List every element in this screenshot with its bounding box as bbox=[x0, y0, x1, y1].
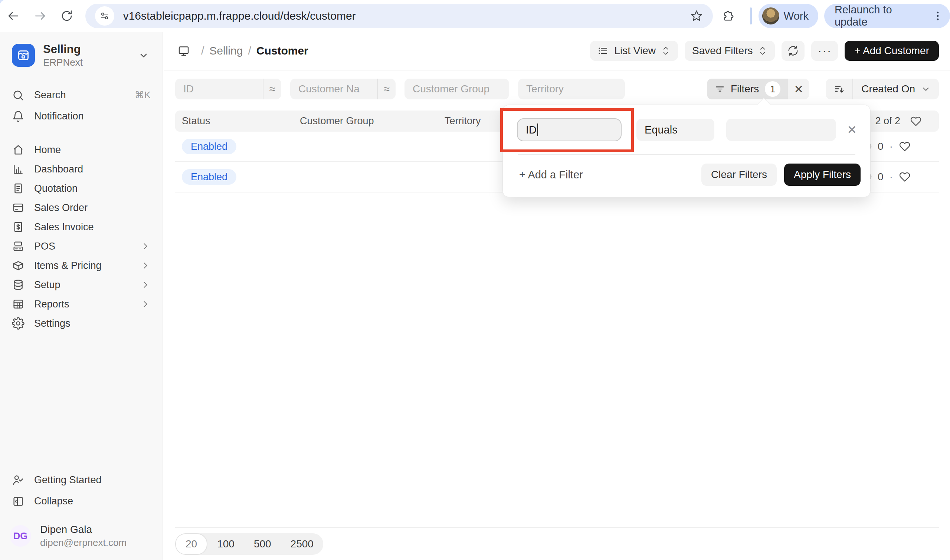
comment-count: 0 bbox=[878, 171, 884, 183]
clear-filters-label: Clear Filters bbox=[711, 169, 767, 181]
saved-filters-label: Saved Filters bbox=[692, 45, 753, 57]
breadcrumb: / Selling / Customer bbox=[177, 45, 583, 57]
page-size-20[interactable]: 20 bbox=[175, 533, 207, 555]
extensions-button[interactable] bbox=[713, 4, 743, 28]
sort-direction-button[interactable] bbox=[826, 83, 853, 95]
apply-filters-button[interactable]: Apply Filters bbox=[784, 163, 861, 186]
breadcrumb-parent[interactable]: Selling bbox=[209, 45, 243, 57]
kebab-menu-icon[interactable] bbox=[931, 10, 944, 22]
reload-icon bbox=[60, 9, 74, 23]
page-size-selector: 20 100 500 2500 bbox=[175, 533, 323, 555]
sidebar-item-search[interactable]: Search ⌘K bbox=[8, 85, 154, 106]
clear-filters-button[interactable]: Clear Filters bbox=[702, 163, 777, 186]
sort-field-label: Created On bbox=[861, 83, 915, 95]
chevron-right-icon bbox=[140, 299, 151, 309]
browser-profile-chip[interactable]: Work bbox=[759, 4, 818, 28]
quick-filter-customer-name[interactable]: Customer Na ≈ bbox=[290, 78, 396, 99]
chevron-down-icon bbox=[138, 50, 149, 61]
quick-filter-placeholder: Customer Na bbox=[290, 83, 377, 95]
filters-button[interactable]: Filters 1 bbox=[707, 78, 788, 99]
chevron-right-icon bbox=[140, 280, 151, 290]
quick-filter-territory[interactable]: Territory bbox=[518, 78, 625, 99]
sidebar-item-items-pricing[interactable]: Items & Pricing bbox=[8, 256, 154, 275]
page-size-100[interactable]: 100 bbox=[207, 533, 244, 555]
sidebar-item-label: Quotation bbox=[34, 183, 151, 194]
collapse-panel-icon bbox=[12, 495, 25, 508]
user-email: dipen@erpnext.com bbox=[40, 536, 126, 549]
tab-corner bbox=[0, 0, 11, 5]
view-switcher-button[interactable]: List View bbox=[590, 41, 679, 61]
ellipsis-icon: ··· bbox=[817, 44, 831, 58]
heart-icon[interactable] bbox=[899, 171, 911, 183]
sidebar-item-sales-order[interactable]: Sales Order bbox=[8, 198, 154, 217]
sidebar-item-sales-invoice[interactable]: Sales Invoice bbox=[8, 217, 154, 237]
workspace-switcher[interactable]: Selling ERPNext bbox=[8, 42, 154, 68]
column-status[interactable]: Status bbox=[182, 115, 300, 127]
sidebar-item-dashboard[interactable]: Dashboard bbox=[8, 160, 154, 179]
quick-filter-customer-group[interactable]: Customer Group bbox=[404, 78, 509, 99]
view-label: List View bbox=[615, 45, 656, 57]
sidebar-item-pos[interactable]: POS bbox=[8, 237, 154, 256]
page-size-2500[interactable]: 2500 bbox=[281, 533, 323, 555]
quick-filter-placeholder: Territory bbox=[518, 83, 572, 95]
sidebar-item-notification[interactable]: Notification bbox=[8, 106, 154, 127]
relaunch-label: Relaunch to update bbox=[834, 4, 928, 28]
collapse-label: Collapse bbox=[34, 495, 151, 507]
sidebar-item-settings[interactable]: Settings bbox=[8, 314, 154, 333]
sync-icon bbox=[787, 45, 799, 57]
heart-icon[interactable] bbox=[899, 140, 911, 152]
apply-filters-label: Apply Filters bbox=[794, 169, 851, 181]
bookmark-star-icon[interactable] bbox=[690, 9, 703, 23]
add-customer-button[interactable]: + Add Customer bbox=[845, 41, 939, 61]
invoice-icon bbox=[12, 221, 25, 233]
address-bar[interactable]: v16stableicpapp.m.frappe.cloud/desk/cust… bbox=[85, 4, 713, 28]
page-size-500[interactable]: 500 bbox=[244, 533, 281, 555]
search-icon bbox=[12, 89, 25, 102]
sidebar-item-reports[interactable]: Reports bbox=[8, 294, 154, 314]
sidebar-item-home[interactable]: Home bbox=[8, 140, 154, 160]
heart-icon[interactable] bbox=[910, 115, 922, 127]
saved-filters-button[interactable]: Saved Filters bbox=[685, 41, 775, 61]
refresh-list-button[interactable] bbox=[782, 41, 805, 61]
more-options-button[interactable]: ··· bbox=[811, 41, 838, 61]
popup-footer: + Add a Filter Clear Filters Apply Filte… bbox=[503, 155, 870, 186]
close-icon: ✕ bbox=[794, 83, 803, 96]
sidebar-item-collapse[interactable]: Collapse bbox=[8, 491, 154, 512]
sidebar-item-label: Home bbox=[34, 144, 151, 156]
sidebar-item-getting-started[interactable]: Getting Started bbox=[8, 469, 154, 491]
add-filter-link[interactable]: + Add a Filter bbox=[519, 169, 583, 181]
user-check-icon bbox=[12, 474, 25, 486]
page-title: Customer bbox=[256, 45, 308, 57]
url-text[interactable]: v16stableicpapp.m.frappe.cloud/desk/cust… bbox=[123, 10, 690, 22]
pos-icon bbox=[12, 240, 25, 252]
column-customer-group[interactable]: Customer Group bbox=[300, 115, 444, 127]
relaunch-button[interactable]: Relaunch to update bbox=[824, 4, 950, 28]
getting-started-label: Getting Started bbox=[34, 474, 151, 486]
forward-arrow-icon bbox=[33, 9, 47, 23]
puzzle-icon bbox=[722, 9, 735, 23]
profile-label: Work bbox=[784, 10, 809, 22]
browser-back-button[interactable] bbox=[0, 4, 27, 28]
user-menu[interactable]: DG Dipen Gala dipen@erpnext.com bbox=[8, 523, 154, 549]
filter-operator-value: Equals bbox=[645, 124, 678, 136]
search-shortcut: ⌘K bbox=[135, 89, 151, 101]
browser-forward-button[interactable] bbox=[27, 4, 54, 28]
clear-filters-x-button[interactable]: ✕ bbox=[788, 78, 810, 99]
package-icon bbox=[12, 259, 25, 272]
filter-value-input[interactable] bbox=[726, 118, 836, 141]
sidebar-item-setup[interactable]: Setup bbox=[8, 275, 154, 294]
remove-filter-button[interactable]: ✕ bbox=[847, 123, 857, 137]
app-root: Selling ERPNext Search ⌘K Notification H… bbox=[0, 32, 950, 560]
site-settings-button[interactable] bbox=[95, 6, 114, 26]
like-operator-icon[interactable]: ≈ bbox=[264, 83, 281, 95]
dot-separator: · bbox=[890, 171, 893, 183]
browser-refresh-button[interactable] bbox=[54, 4, 80, 28]
sidebar-item-quotation[interactable]: Quotation bbox=[8, 179, 154, 198]
breadcrumb-separator: / bbox=[248, 45, 251, 57]
like-operator-icon[interactable]: ≈ bbox=[378, 83, 396, 95]
filter-operator-select[interactable]: Equals bbox=[637, 118, 714, 141]
breadcrumb-separator: / bbox=[201, 45, 204, 57]
quick-filter-id[interactable]: ID ≈ bbox=[175, 78, 281, 99]
sort-field-button[interactable]: Created On bbox=[853, 83, 939, 95]
sort-descending-icon bbox=[833, 83, 845, 95]
